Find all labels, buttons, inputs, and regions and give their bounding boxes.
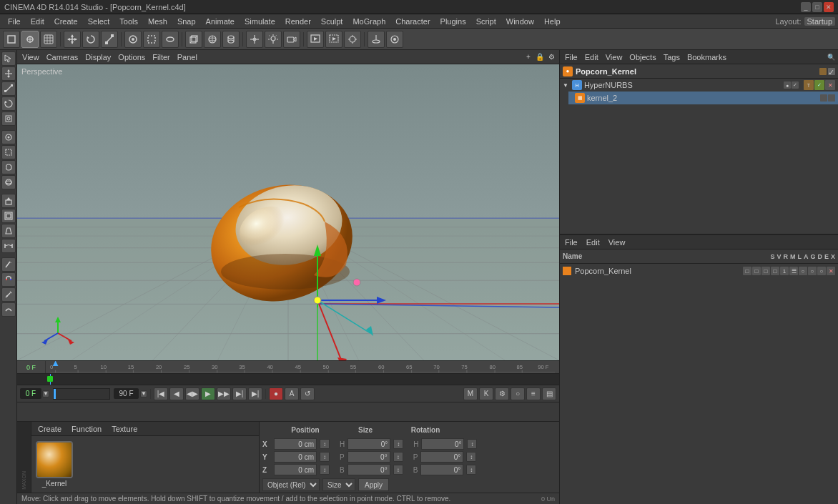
size-b-step[interactable]: ↕ bbox=[393, 465, 403, 475]
material-swatch[interactable] bbox=[36, 441, 73, 478]
timeline-extra-btn2[interactable]: ▤ bbox=[542, 387, 556, 400]
menu-snap[interactable]: Snap bbox=[172, 16, 201, 27]
lt-cursor[interactable] bbox=[1, 51, 16, 66]
toolbar-camera[interactable] bbox=[283, 31, 300, 48]
rot-b-step[interactable]: ↕ bbox=[466, 465, 476, 475]
timeline-settings-btn[interactable]: ⚙ bbox=[495, 387, 509, 400]
toolbar-render-settings[interactable] bbox=[344, 31, 361, 48]
position-y-field[interactable]: 0 cm bbox=[274, 451, 317, 463]
menu-plugins[interactable]: Plugins bbox=[435, 16, 471, 27]
obj-vis-dot[interactable]: ● bbox=[784, 81, 791, 89]
vt-display[interactable]: Display bbox=[83, 53, 113, 61]
lt-bridge[interactable] bbox=[1, 239, 16, 253]
toolbar-null[interactable] bbox=[246, 31, 263, 48]
menu-help[interactable]: Help bbox=[539, 16, 566, 27]
attr-menu-view[interactable]: View bbox=[606, 238, 628, 247]
position-z-field[interactable]: 0 cm bbox=[274, 464, 317, 475]
attr-icon-4[interactable]: □ bbox=[771, 267, 779, 275]
attr-icon-7[interactable]: ○ bbox=[799, 267, 807, 275]
mat-menu-function[interactable]: Function bbox=[69, 425, 104, 433]
lt-knife[interactable] bbox=[1, 257, 16, 272]
lt-lasso[interactable] bbox=[1, 160, 16, 174]
size-p-step[interactable]: ↕ bbox=[393, 452, 403, 462]
size-h-step[interactable]: ↕ bbox=[393, 439, 403, 449]
obj-menu-view[interactable]: View bbox=[603, 53, 625, 61]
minimize-button[interactable]: _ bbox=[801, 2, 811, 12]
vt-view[interactable]: View bbox=[20, 53, 41, 61]
attr-icon-10[interactable]: ✕ bbox=[827, 267, 835, 275]
menu-create[interactable]: Create bbox=[49, 16, 83, 27]
menu-render[interactable]: Render bbox=[280, 16, 316, 27]
attr-icon-9[interactable]: ○ bbox=[817, 267, 826, 275]
menu-character[interactable]: Character bbox=[390, 16, 435, 27]
timeline-scrubber[interactable] bbox=[53, 388, 110, 400]
menu-tools[interactable]: Tools bbox=[114, 16, 143, 27]
attr-icon-1[interactable]: □ bbox=[743, 267, 751, 275]
pos-x-step[interactable]: ↕ bbox=[320, 439, 330, 449]
lt-smooth[interactable] bbox=[1, 302, 16, 317]
timeline-track[interactable] bbox=[17, 374, 559, 385]
size-p-field[interactable]: 0° bbox=[347, 451, 390, 463]
attr-icon-2[interactable]: □ bbox=[752, 267, 761, 275]
tag-3[interactable]: ✕ bbox=[825, 80, 835, 90]
menu-file[interactable]: File bbox=[3, 16, 26, 27]
rot-b-field[interactable]: 0° bbox=[420, 464, 463, 475]
toolbar-environment[interactable] bbox=[386, 31, 403, 48]
current-frame-display[interactable]: 0 F bbox=[20, 388, 41, 399]
obj-row-kernel2[interactable]: ▦ kernel_2 bbox=[568, 92, 838, 104]
transport-record[interactable]: ● bbox=[269, 387, 283, 400]
toolbar-move[interactable] bbox=[64, 31, 81, 48]
3d-viewport[interactable]: Perspective bbox=[17, 64, 559, 360]
mat-menu-texture[interactable]: Texture bbox=[109, 425, 139, 433]
frame-down-btn[interactable]: ▼ bbox=[42, 390, 49, 397]
lt-move[interactable] bbox=[1, 66, 16, 81]
vt-filter[interactable]: Filter bbox=[150, 53, 172, 61]
keyframe-mode-btn[interactable]: ○ bbox=[511, 387, 525, 400]
attr-icon-3[interactable]: □ bbox=[761, 267, 770, 275]
frame-end-down[interactable]: ▼ bbox=[140, 390, 147, 397]
transport-play-fwd[interactable]: ▶▶ bbox=[217, 387, 231, 400]
toolbar-render-region[interactable] bbox=[325, 31, 342, 48]
obj-row-hypernurbs[interactable]: ▼ H HyperNURBS ● ✓ T ✓ ✕ bbox=[560, 79, 838, 92]
vt-cameras[interactable]: Cameras bbox=[44, 53, 81, 61]
menu-mesh[interactable]: Mesh bbox=[143, 16, 172, 27]
maximize-button[interactable]: □ bbox=[812, 2, 822, 12]
lt-scale[interactable] bbox=[1, 81, 16, 96]
obj-check-dot[interactable]: ✓ bbox=[792, 81, 799, 89]
toolbar-light[interactable] bbox=[265, 31, 282, 48]
obj-menu-bookmarks[interactable]: Bookmarks bbox=[685, 53, 729, 61]
key-filter-btn[interactable]: K bbox=[479, 387, 493, 400]
lt-rotate[interactable] bbox=[1, 97, 16, 111]
vt-options[interactable]: Options bbox=[116, 53, 147, 61]
toolbar-rect-select[interactable] bbox=[143, 31, 160, 48]
tag-1[interactable]: T bbox=[804, 80, 814, 90]
lt-transform[interactable] bbox=[1, 112, 16, 126]
toolbar-sphere[interactable] bbox=[204, 31, 221, 48]
size-h-field[interactable]: 0° bbox=[347, 438, 390, 450]
viewport-settings[interactable]: ⚙ bbox=[546, 52, 556, 62]
transport-go-start[interactable]: |◀ bbox=[154, 387, 168, 400]
transport-autokey[interactable]: A bbox=[285, 387, 299, 400]
end-frame-display[interactable]: 90 F bbox=[114, 388, 139, 399]
close-button[interactable]: ✕ bbox=[824, 2, 834, 12]
toolbar-loop-select[interactable] bbox=[162, 31, 179, 48]
attr-icon-8[interactable]: ○ bbox=[808, 267, 817, 275]
tag-2[interactable]: ✓ bbox=[814, 80, 824, 90]
timeline-extra-btn[interactable]: ≡ bbox=[526, 387, 541, 400]
menu-sculpt[interactable]: Sculpt bbox=[316, 16, 348, 27]
motion-path-btn[interactable]: M bbox=[463, 387, 478, 400]
mat-menu-create[interactable]: Create bbox=[36, 425, 64, 433]
k2-check-dot[interactable] bbox=[828, 94, 835, 102]
menu-script[interactable]: Script bbox=[471, 16, 501, 27]
toolbar-floor[interactable] bbox=[368, 31, 385, 48]
search-icon[interactable]: 🔍 bbox=[827, 54, 835, 61]
toolbar-cylinder[interactable] bbox=[222, 31, 240, 48]
toolbar-object-mode[interactable] bbox=[21, 31, 39, 48]
k2-vis-dot[interactable] bbox=[820, 94, 827, 102]
position-x-field[interactable]: 0 cm bbox=[274, 438, 317, 450]
toolbar-texture-mode[interactable] bbox=[40, 31, 57, 48]
obj-menu-tags[interactable]: Tags bbox=[661, 53, 682, 61]
material-slot-kernel[interactable]: _Kernel bbox=[36, 441, 73, 488]
menu-mograph[interactable]: MoGraph bbox=[347, 16, 390, 27]
transport-go-end[interactable]: ▶| bbox=[248, 387, 262, 400]
